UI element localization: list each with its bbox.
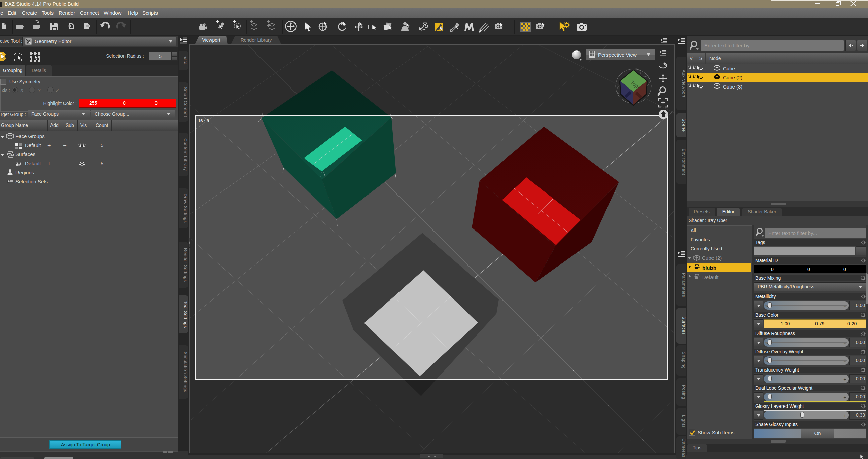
- svg-text:5: 5: [101, 160, 103, 166]
- svg-text:Cube (3): Cube (3): [723, 84, 742, 90]
- svg-text:Cube (2): Cube (2): [702, 255, 722, 261]
- svg-text:5: 5: [101, 142, 103, 148]
- svg-text:Perspective View: Perspective View: [598, 52, 637, 58]
- svg-text:Face Groups: Face Groups: [16, 133, 45, 139]
- svg-text:Cube (2): Cube (2): [723, 75, 742, 81]
- svg-text:Default: Default: [703, 274, 719, 280]
- svg-text:Regions: Regions: [16, 170, 34, 175]
- svg-text:+: +: [48, 142, 51, 149]
- svg-text:Default: Default: [25, 160, 41, 166]
- svg-text:–: –: [63, 142, 66, 148]
- svg-text:Selection Sets: Selection Sets: [16, 179, 48, 184]
- svg-text:Cube: Cube: [723, 66, 735, 71]
- svg-text:–: –: [63, 160, 66, 166]
- svg-text:Default: Default: [25, 142, 41, 148]
- svg-text:blubb: blubb: [703, 265, 716, 271]
- svg-text:Surfaces: Surfaces: [16, 151, 35, 157]
- svg-text:16 : 9: 16 : 9: [198, 118, 209, 123]
- svg-text:+: +: [48, 160, 51, 167]
